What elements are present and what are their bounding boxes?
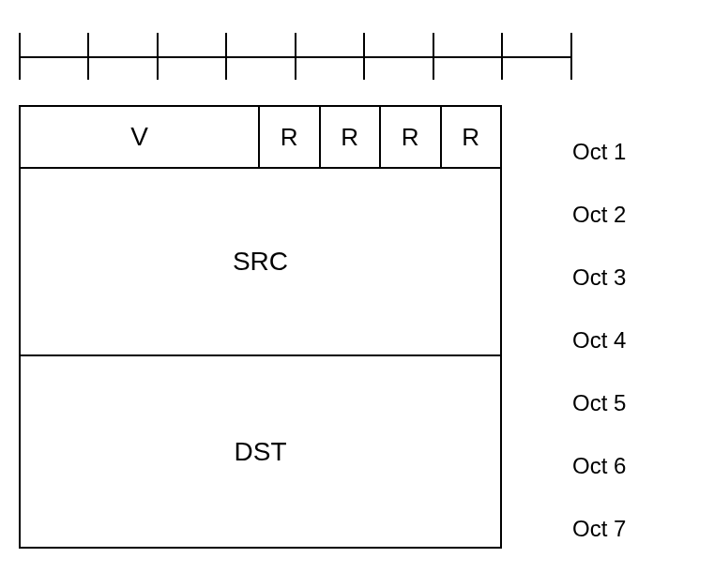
- ruler-tick: [157, 33, 159, 80]
- octet-label: Oct 1: [572, 120, 626, 183]
- field-src: SRC: [21, 169, 500, 354]
- ruler-tick: [87, 33, 89, 80]
- ruler-tick: [19, 33, 21, 80]
- dst-row: DST: [21, 356, 500, 547]
- ruler-tick: [570, 33, 572, 80]
- octet-label: Oct 5: [572, 371, 626, 434]
- octet-label: Oct 4: [572, 309, 626, 371]
- field-v: V: [21, 107, 260, 167]
- ruler-tick: [363, 33, 365, 80]
- octet-labels: Oct 1 Oct 2 Oct 3 Oct 4 Oct 5 Oct 6 Oct …: [572, 120, 626, 560]
- octet-label: Oct 7: [572, 497, 626, 560]
- ruler-tick: [501, 33, 503, 80]
- ruler-tick: [433, 33, 434, 80]
- field-dst: DST: [21, 356, 500, 547]
- header-row: V R R R R: [21, 107, 500, 169]
- field-r: R: [260, 107, 321, 167]
- src-row: SRC: [21, 169, 500, 356]
- field-r: R: [321, 107, 382, 167]
- ruler-tick: [225, 33, 227, 80]
- bit-ruler: [19, 33, 570, 80]
- octet-label: Oct 2: [572, 183, 626, 246]
- field-r: R: [442, 107, 501, 167]
- octet-label: Oct 6: [572, 434, 626, 497]
- packet-frame: V R R R R SRC DST: [19, 105, 502, 549]
- field-r: R: [381, 107, 442, 167]
- octet-label: Oct 3: [572, 246, 626, 309]
- ruler-tick: [295, 33, 296, 80]
